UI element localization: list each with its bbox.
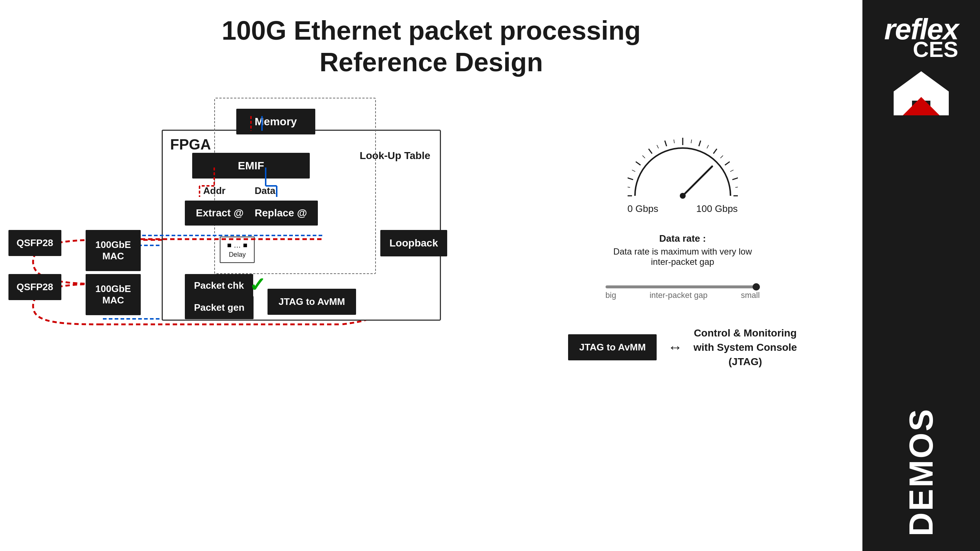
- speedometer-svg: [628, 130, 738, 203]
- slider-thumb[interactable]: [752, 283, 760, 291]
- control-row: JTAG to AvMM ↔ Control & Monitoringwith …: [568, 326, 797, 369]
- qsfp-top-block: QSFP28: [8, 230, 61, 256]
- svg-line-30: [691, 140, 692, 143]
- svg-line-33: [730, 170, 733, 171]
- jtag-ref-block: JTAG to AvMM: [568, 334, 657, 360]
- svg-line-26: [632, 170, 635, 171]
- replace-block: Replace @: [243, 200, 318, 225]
- slider-track: [606, 286, 760, 288]
- svg-line-32: [720, 156, 723, 158]
- checkmark-icon: ✓: [249, 273, 266, 297]
- data-rate-desc: Data rate is maximum with very low inter…: [606, 246, 760, 267]
- diagram-container: FPGA Look-Up Table Memory: [22, 108, 495, 321]
- svg-line-23: [732, 178, 738, 179]
- bidirectional-arrow: ↔: [668, 339, 682, 356]
- control-text: Control & Monitoringwith System Console(…: [694, 326, 797, 369]
- packet-chk-block: Packet chk: [185, 274, 253, 297]
- svg-line-17: [649, 149, 652, 154]
- svg-line-28: [657, 145, 659, 148]
- brand-logo: reflex CES: [884, 15, 958, 117]
- brand-ces: CES: [913, 37, 958, 62]
- data-rate-title: Data rate :: [606, 233, 760, 244]
- loopback-block: Loopback: [380, 230, 447, 256]
- slider-section: big inter-packet gap small: [606, 286, 760, 300]
- right-panel: 0 Gbps 100 Gbps Data rate : Data rate is…: [525, 108, 840, 369]
- svg-line-22: [725, 162, 729, 165]
- company-icon: [892, 70, 951, 117]
- speedo-labels: 0 Gbps 100 Gbps: [628, 203, 738, 214]
- page-title: 100G Ethernet packet processing Referenc…: [221, 15, 641, 78]
- svg-line-36: [683, 167, 712, 196]
- data-rate-section: Data rate : Data rate is maximum with ve…: [606, 233, 760, 267]
- mac-top-block: 100GbEMAC: [86, 230, 141, 271]
- svg-line-15: [628, 178, 633, 179]
- demos-label: DEMOS: [902, 408, 940, 536]
- svg-line-20: [698, 141, 700, 146]
- svg-line-21: [713, 149, 716, 154]
- svg-line-29: [673, 140, 674, 143]
- jtag-block: JTAG to AvMM: [267, 289, 356, 315]
- packet-gen-block: Packet gen: [185, 296, 253, 319]
- sidebar: reflex CES DEMOS: [862, 0, 980, 551]
- speedometer-container: 0 Gbps 100 Gbps: [628, 130, 738, 214]
- qsfp-bottom-block: QSFP28: [8, 274, 61, 300]
- svg-line-18: [665, 141, 667, 146]
- svg-line-34: [735, 187, 738, 188]
- lookup-label: Look-Up Table: [360, 150, 430, 162]
- svg-line-27: [642, 156, 645, 158]
- fpga-box: FPGA Look-Up Table Memory: [162, 130, 441, 321]
- mac-bottom-block: 100GbEMAC: [86, 274, 141, 315]
- svg-line-25: [628, 187, 630, 188]
- svg-line-31: [706, 145, 708, 148]
- svg-line-16: [636, 162, 641, 165]
- slider-labels: big inter-packet gap small: [606, 291, 760, 300]
